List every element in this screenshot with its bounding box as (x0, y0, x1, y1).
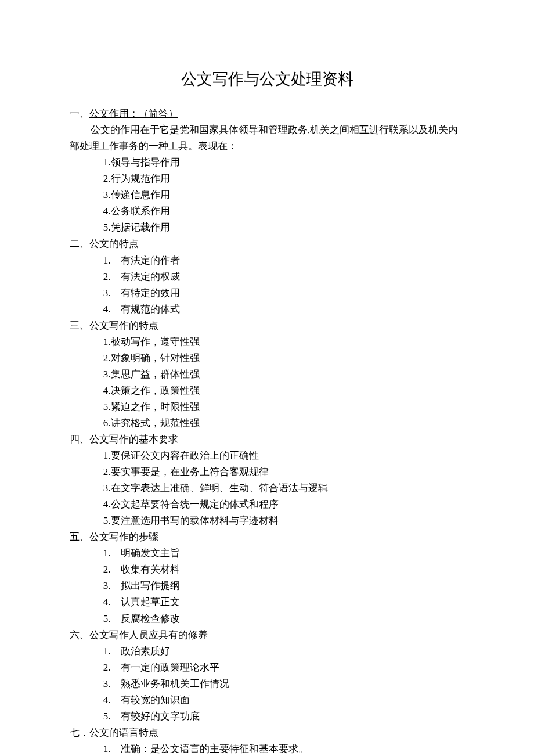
list-item: 3. 有特定的效用 (70, 285, 464, 301)
list-item: 2. 有一定的政策理论水平 (70, 660, 464, 676)
list-item: 1.领导与指导作用 (70, 154, 464, 171)
list-item: 2. 收集有关材料 (70, 561, 464, 578)
list-item: 1. 准确：是公文语言的主要特征和基本要求。 (70, 741, 464, 756)
list-item: 3. 熟悉业务和机关工作情况 (70, 676, 464, 692)
list-item: 2.行为规范作用 (70, 171, 464, 187)
list-item: 2.对象明确，针对性强 (70, 350, 464, 366)
list-item: 4.公文起草要符合统一规定的体式和程序 (70, 496, 464, 513)
section-6-heading: 六、公文写作人员应具有的修养 (70, 627, 464, 643)
list-item: 5.凭据记载作用 (70, 219, 464, 236)
list-item: 5. 有较好的文字功底 (70, 708, 464, 725)
list-item: 3. 拟出写作提纲 (70, 578, 464, 594)
list-item: 5. 反腐检查修改 (70, 611, 464, 627)
document-page: 公文写作与公文处理资料 一、公文作用：（简答） 公文的作用在于它是党和国家具体领… (0, 0, 534, 756)
section-1-heading: 一、公文作用：（简答） (70, 106, 464, 122)
list-item: 3.在文字表达上准确、鲜明、生动、符合语法与逻辑 (70, 480, 464, 496)
list-item: 5.要注意选用书写的载体材料与字迹材料 (70, 513, 464, 529)
list-item: 2.要实事要是，在业务上符合客观规律 (70, 464, 464, 480)
list-item: 1. 明确发文主旨 (70, 545, 464, 561)
list-item: 1.要保证公文内容在政治上的正确性 (70, 448, 464, 464)
section-7-heading: 七．公文的语言特点 (70, 725, 464, 741)
list-item: 4. 认真起草正文 (70, 594, 464, 610)
list-item: 1. 政治素质好 (70, 643, 464, 660)
list-item: 3.传递信息作用 (70, 187, 464, 203)
section-5-heading: 五、公文写作的步骤 (70, 529, 464, 545)
list-item: 5.紧迫之作，时限性强 (70, 399, 464, 415)
list-item: 4. 有较宽的知识面 (70, 692, 464, 708)
section-1-intro: 公文的作用在于它是党和国家具体领导和管理政务,机关之间相互进行联系以及机关内部处… (70, 122, 464, 154)
list-item: 1.被动写作，遵守性强 (70, 334, 464, 350)
list-item: 4.公务联系作用 (70, 203, 464, 219)
section-3-heading: 三、公文写作的特点 (70, 318, 464, 334)
list-item: 2. 有法定的权威 (70, 269, 464, 285)
list-item: 4.决策之作，政策性强 (70, 383, 464, 399)
list-item: 1. 有法定的作者 (70, 253, 464, 269)
document-title: 公文写作与公文处理资料 (70, 69, 464, 89)
section-2-heading: 二、公文的特点 (70, 236, 464, 252)
list-item: 3.集思广益，群体性强 (70, 366, 464, 383)
list-item: 4. 有规范的体式 (70, 301, 464, 318)
list-item: 6.讲究格式，规范性强 (70, 415, 464, 431)
section-4-heading: 四、公文写作的基本要求 (70, 431, 464, 448)
